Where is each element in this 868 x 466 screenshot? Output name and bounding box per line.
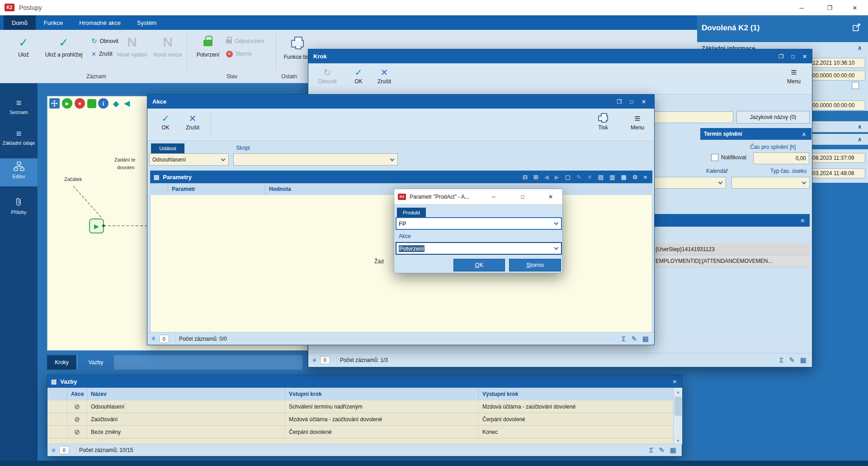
grid-icon[interactable]: ▦: [800, 356, 807, 364]
dialog-storno-button[interactable]: Storno: [509, 259, 561, 271]
dropdown-icon[interactable]: [390, 157, 395, 161]
dropdown-icon[interactable]: [554, 246, 559, 250]
filter-icon[interactable]: ✳: [312, 357, 317, 364]
dropdown-icon[interactable]: [221, 157, 226, 161]
table-row[interactable]: ⊘ Odsouhlasení Schválení termínu nadříze…: [47, 400, 673, 413]
new-issue-button[interactable]: N Nové vydání: [115, 33, 149, 72]
tab-kroky[interactable]: Kroky: [47, 355, 76, 370]
save-and-view-button[interactable]: ✓ Ulož a prohlížej: [42, 33, 85, 72]
square-icon[interactable]: [87, 99, 96, 108]
column-nazev[interactable]: Název: [87, 388, 285, 400]
play-icon[interactable]: ▶: [62, 98, 72, 109]
duration-field[interactable]: 00.0000 00:00:00: [810, 100, 865, 110]
diamond-icon[interactable]: ◆: [111, 98, 121, 109]
new-revision-button[interactable]: N Nová revize: [152, 33, 184, 72]
sidebar-item-editor[interactable]: Editor: [0, 158, 38, 186]
open-in-window-icon[interactable]: [853, 24, 861, 33]
close-icon[interactable]: ✕: [638, 95, 649, 109]
node-connector-dot[interactable]: [102, 224, 105, 227]
info-icon[interactable]: i: [98, 98, 108, 109]
column-parametr[interactable]: Parametr: [168, 183, 265, 195]
collapse-icon[interactable]: ∧: [858, 136, 862, 143]
settings-icon[interactable]: ⚙: [632, 174, 638, 181]
scrollbar-thumb[interactable]: [675, 397, 682, 416]
restore-icon[interactable]: ❐: [614, 95, 625, 109]
akce-ok-button[interactable]: ✓ OK: [155, 113, 176, 131]
close-icon[interactable]: ✕: [799, 49, 810, 63]
sidebar-item-prilohy[interactable]: Přílohy: [0, 194, 38, 223]
dropdown-icon[interactable]: [802, 180, 807, 185]
dialog-ok-button[interactable]: OK: [453, 259, 505, 271]
edit-icon[interactable]: ✎: [659, 446, 665, 454]
chart-icon[interactable]: ▥: [609, 174, 615, 181]
script-combo[interactable]: [233, 153, 398, 166]
checkbox[interactable]: [852, 82, 859, 89]
columns-icon[interactable]: ▦: [621, 174, 626, 181]
krok-ok-button[interactable]: ✓ OK: [348, 67, 369, 85]
edit-icon[interactable]: ✎: [789, 356, 795, 364]
vertical-scrollbar[interactable]: ▲ ▼: [673, 388, 682, 445]
storno-button[interactable]: ✕ Storno: [226, 49, 251, 59]
collapse-icon[interactable]: ∧: [802, 131, 806, 138]
calendar-combo[interactable]: [654, 177, 726, 189]
grid-icon[interactable]: ▦: [642, 335, 649, 343]
table-row[interactable]: ⊘ Zaúčtování Mzdová účtárna - zaúčtování…: [47, 413, 673, 426]
duration-field[interactable]: 00.0000 00:00:00: [810, 71, 865, 81]
maximize-icon[interactable]: □: [626, 95, 637, 109]
sum-icon[interactable]: Σ: [649, 446, 653, 454]
collapse-icon[interactable]: ∧: [858, 124, 862, 130]
date-field[interactable]: 12.2021 10:36:10: [810, 58, 865, 68]
dropdown-icon[interactable]: [554, 221, 559, 225]
prev-icon[interactable]: ◀: [544, 174, 549, 181]
maximize-icon[interactable]: □: [517, 191, 528, 202]
sidebar-item-zakladni-udaje[interactable]: ≡ Základní údaje: [0, 125, 38, 155]
krok-refresh-button[interactable]: ↻ Obnovit: [314, 67, 341, 85]
dropdown-icon[interactable]: [718, 180, 723, 185]
time-value-field[interactable]: 0,00: [753, 152, 809, 164]
grid-icon[interactable]: ▦: [670, 446, 676, 454]
filter-icon[interactable]: ✳: [151, 335, 156, 342]
expand-icon[interactable]: ⊞: [533, 174, 538, 181]
ribbon-tab-funkce[interactable]: Funkce: [36, 15, 71, 30]
minimize-icon[interactable]: ─: [488, 191, 499, 202]
collapse-icon[interactable]: ∧: [858, 45, 862, 51]
created-date-field[interactable]: 08.2023 11:37:09: [810, 153, 865, 163]
column-vstupni-krok[interactable]: Vstupní krok: [285, 388, 479, 400]
close-icon[interactable]: ✕: [545, 191, 556, 202]
unconfirm-button[interactable]: Odpotvrzeni: [226, 36, 264, 46]
stop-icon[interactable]: ■: [75, 98, 85, 109]
table-row[interactable]: ⊘ Beze změny Čerpání dovolené Konec: [47, 426, 673, 438]
ribbon-tab-hromadne-akce[interactable]: Hromadné akce: [71, 15, 129, 30]
akce-print-button[interactable]: Tisk: [592, 113, 614, 131]
produkt-input[interactable]: FP: [396, 217, 562, 230]
notify-checkbox[interactable]: [711, 154, 718, 161]
cancel-button[interactable]: ✕ Zrušit: [91, 49, 113, 59]
move-icon[interactable]: [49, 98, 60, 109]
krok-cancel-button[interactable]: ✕ Zrušit: [372, 67, 397, 85]
minimize-button[interactable]: ─: [791, 0, 812, 15]
changed-date-field[interactable]: 03.2024 11:48:08: [810, 168, 865, 178]
language-names-button[interactable]: Jazykové názvy (0): [736, 111, 810, 124]
menu-icon[interactable]: ≡: [643, 174, 647, 181]
back-arrow-icon[interactable]: ◀: [122, 98, 132, 109]
akce-cancel-button[interactable]: ✕ Zrušit: [180, 113, 205, 131]
ribbon-tab-domu[interactable]: Domů: [4, 15, 36, 30]
menu-icon[interactable]: ≡: [673, 378, 676, 385]
collapse-icon[interactable]: ⊟: [523, 174, 528, 181]
next-icon[interactable]: ▶: [555, 174, 559, 181]
new-doc-icon[interactable]: ▢: [565, 174, 571, 181]
delete-icon[interactable]: ✕: [587, 174, 592, 181]
save-button[interactable]: ✓ Ulož: [9, 33, 38, 72]
time-unit-combo[interactable]: [731, 177, 810, 189]
print-icon[interactable]: ▤: [598, 174, 604, 181]
maximize-icon[interactable]: □: [788, 49, 798, 63]
tab-vazby[interactable]: Vazby: [78, 355, 114, 370]
event-combo[interactable]: Odsouhlasení: [149, 153, 229, 166]
refresh-button[interactable]: ↻ Obnovit: [91, 36, 118, 46]
restore-icon[interactable]: ❐: [776, 49, 787, 63]
menu-icon[interactable]: ≡: [801, 217, 804, 224]
krok-menu-button[interactable]: ≡ Menu: [781, 67, 807, 85]
maximize-button[interactable]: ❐: [819, 0, 840, 15]
column-akce[interactable]: Akce: [67, 388, 87, 400]
sidebar-item-seznam[interactable]: ≡ Seznam: [0, 94, 38, 119]
